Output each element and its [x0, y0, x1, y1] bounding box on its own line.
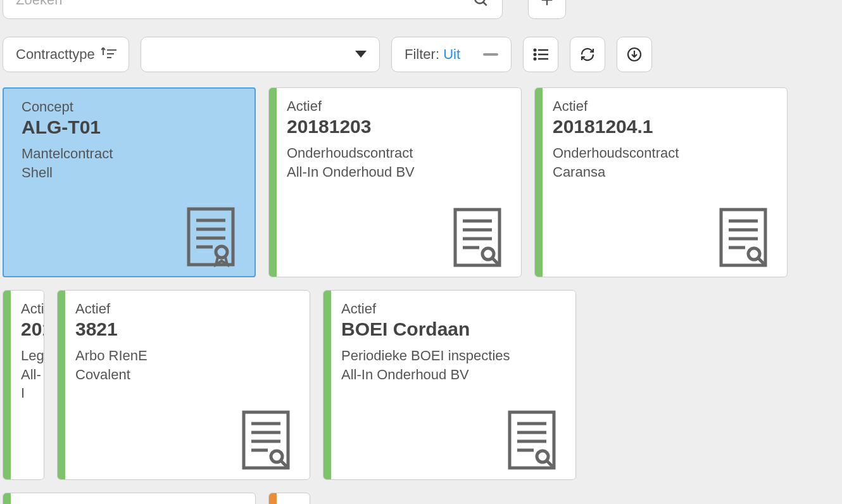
contract-card[interactable]: Actief 20181203 Onderhoudscontract All-I…: [268, 87, 522, 277]
toolbar: Contracttype Filter: Uit: [3, 37, 839, 72]
card-status: Actief: [75, 301, 298, 317]
card-line1: Mantelcontract: [22, 144, 243, 163]
card-title: 20181203: [287, 116, 510, 137]
card-line2: All-In Onderhoud BV: [341, 365, 564, 384]
list-icon: [533, 48, 548, 61]
contract-card[interactable]: Actief 3821 Arbo RIenE Covalent: [57, 290, 310, 480]
card-line1: Onderhoudscontract: [287, 144, 510, 163]
svg-point-12: [534, 54, 536, 56]
add-button[interactable]: [528, 0, 566, 19]
search-input[interactable]: Zoeken: [3, 0, 503, 19]
status-stripe: [324, 291, 331, 479]
card-title: ALG-T01: [22, 117, 243, 138]
status-stripe: [535, 88, 543, 277]
document-icon: [453, 207, 502, 268]
chevron-down-icon: [355, 51, 367, 58]
refresh-icon: [580, 47, 595, 62]
status-stripe: [58, 291, 65, 479]
contract-card[interactable]: Actief 201 Legi All-I: [3, 290, 44, 480]
sort-button[interactable]: Contracttype: [3, 37, 129, 72]
card-line2: Covalent: [75, 365, 298, 384]
search-placeholder: Zoeken: [16, 0, 62, 8]
download-button[interactable]: [617, 37, 652, 72]
card-line1: Legi: [21, 346, 32, 365]
download-icon: [627, 47, 642, 62]
svg-line-44: [280, 460, 287, 467]
contract-card[interactable]: Actief 20181204.1 Onderhoudscontract Car…: [534, 87, 788, 277]
contract-card[interactable]: Actief DO 2015.1 All-In Onderhoud BV: [3, 493, 256, 504]
card-line2: All-I: [21, 365, 32, 403]
card-line2: All-In Onderhoud BV: [287, 163, 510, 182]
svg-line-51: [546, 460, 553, 467]
filter-label: Filter:: [405, 46, 439, 62]
card-title: 3821: [75, 318, 298, 340]
card-line1: Arbo RIenE: [75, 346, 298, 365]
card-line2: Caransa: [553, 163, 776, 182]
svg-marker-8: [355, 51, 367, 58]
filter-toggle[interactable]: Filter: Uit: [391, 37, 512, 72]
card-status: Actief: [341, 301, 564, 317]
refresh-button[interactable]: [570, 37, 605, 72]
card-status: Actief: [21, 301, 32, 317]
card-status: Concept: [22, 99, 243, 115]
svg-point-23: [216, 246, 227, 258]
document-icon: [241, 410, 291, 470]
card-grid: Concept ALG-T01 Mantelcontract Shell Act…: [3, 87, 839, 504]
search-icon: [473, 0, 489, 8]
card-status: Actief: [553, 98, 776, 115]
card-title: 201: [21, 318, 32, 340]
status-stripe: [3, 493, 11, 504]
document-icon: [186, 206, 236, 267]
status-stripe: [3, 291, 11, 479]
svg-point-14: [534, 58, 536, 60]
card-line1: Periodieke BOEI inspecties: [341, 346, 564, 365]
svg-line-1: [483, 2, 486, 5]
contract-card[interactable]: Concept ALG-T01 Mantelcontract Shell: [3, 87, 256, 277]
card-title: BOEI Cordaan: [341, 318, 564, 340]
status-stripe: [269, 493, 277, 504]
list-view-button[interactable]: [523, 37, 558, 72]
document-icon: [719, 207, 768, 268]
svg-line-30: [492, 258, 498, 264]
contract-card[interactable]: Actief EAE EML Ener: [268, 493, 310, 504]
filter-value: Uit: [443, 46, 460, 62]
plus-icon: [540, 0, 554, 7]
card-line2: Shell: [22, 163, 243, 182]
svg-rect-9: [483, 53, 498, 56]
document-icon: [507, 410, 556, 470]
svg-line-37: [758, 258, 764, 264]
status-stripe: [269, 88, 277, 277]
sort-asc-icon: [101, 47, 118, 61]
contract-card[interactable]: Actief BOEI Cordaan Periodieke BOEI insp…: [323, 290, 576, 480]
card-status: Actief: [287, 98, 510, 115]
card-title: 20181204.1: [553, 116, 776, 137]
sort-label: Contracttype: [16, 46, 95, 63]
minus-icon: [483, 53, 498, 56]
svg-point-10: [534, 49, 536, 51]
card-line1: Onderhoudscontract: [553, 144, 776, 163]
search-row: Zoeken: [3, 0, 839, 19]
type-dropdown[interactable]: [141, 37, 380, 72]
